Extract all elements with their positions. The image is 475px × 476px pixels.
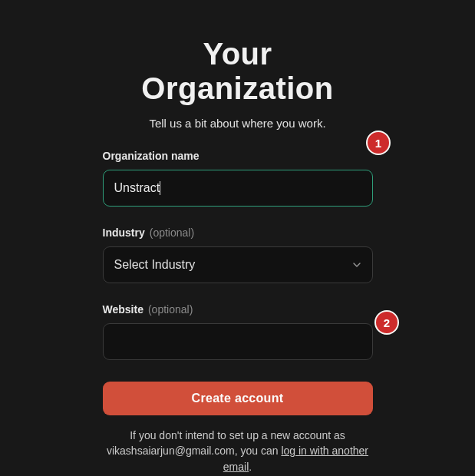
page-subtitle: Tell us a bit about where you work. (103, 117, 373, 130)
help-text: If you don't intend to set up a new acco… (103, 428, 373, 474)
website-label: Website (103, 303, 143, 316)
help-suffix: . (249, 461, 252, 473)
help-middle: , you can (235, 445, 282, 457)
website-input[interactable] (103, 323, 373, 360)
page-title: Your Organization (103, 37, 373, 106)
industry-label: Industry (103, 226, 145, 239)
org-name-label: Organization name (103, 150, 200, 162)
industry-optional: (optional) (150, 226, 194, 239)
create-account-button[interactable]: Create account (103, 382, 373, 415)
industry-select[interactable]: Select Industry (103, 246, 373, 283)
website-optional: (optional) (148, 303, 193, 316)
help-email: vikashsaiarjun@gmail.com (107, 445, 235, 457)
org-name-value: Unstract (114, 170, 160, 206)
website-field: Website (optional) (103, 303, 373, 360)
annotation-badge-2: 2 (374, 310, 399, 335)
help-prefix: If you don't intend to set up a new acco… (130, 429, 345, 441)
industry-placeholder: Select Industry (114, 258, 196, 272)
org-name-field: Organization name Unstract (103, 150, 373, 207)
org-name-input[interactable]: Unstract (103, 170, 373, 207)
chevron-down-icon (352, 260, 361, 269)
industry-field: Industry (optional) Select Industry (103, 226, 373, 283)
text-caret (160, 181, 160, 195)
